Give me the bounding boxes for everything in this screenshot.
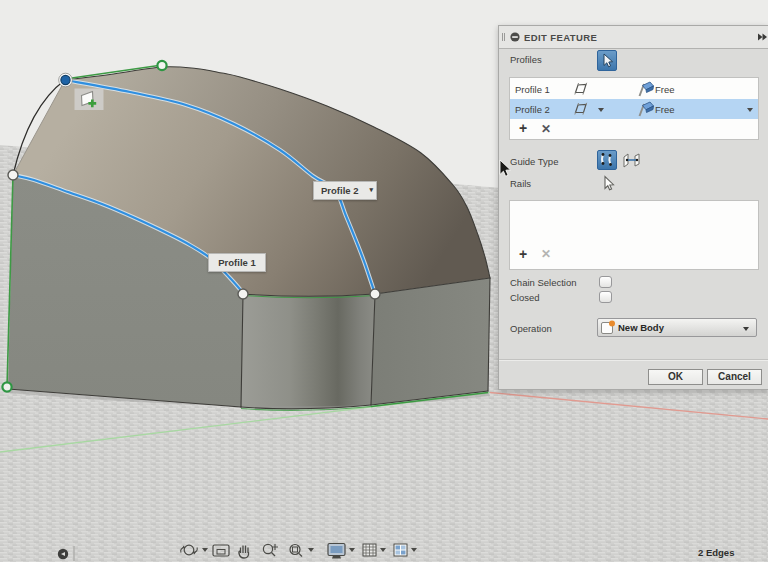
svg-text:+: + xyxy=(519,120,527,136)
svg-text:✕: ✕ xyxy=(541,247,551,261)
svg-text:+: + xyxy=(519,246,527,262)
svg-text:✕: ✕ xyxy=(541,122,551,136)
